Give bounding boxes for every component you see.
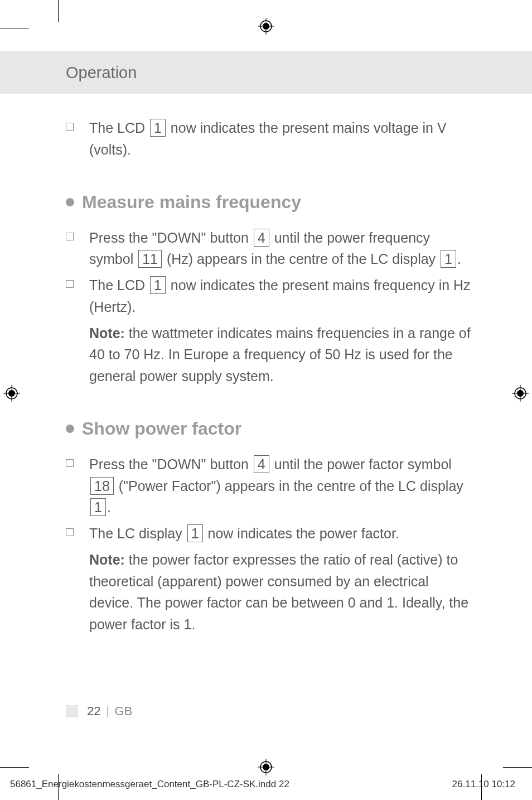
note: Note: the power factor expresses the rat…	[66, 549, 476, 635]
section-heading: Show power factor	[66, 418, 476, 439]
text: ("Power Factor") appears in the centre o…	[115, 478, 463, 494]
list-item: Press the "DOWN" button 4 until the powe…	[66, 454, 476, 518]
page-marker-icon	[66, 705, 78, 717]
checkbox-icon	[66, 459, 74, 467]
text: Press the "DOWN" button	[89, 230, 253, 245]
note: Note: the wattmeter indicates mains freq…	[66, 322, 476, 387]
bullet-icon	[66, 425, 74, 433]
text: (Hz) appears in the centre of the LC dis…	[163, 251, 439, 267]
section-title: Show power factor	[82, 418, 241, 439]
text: The LCD	[89, 120, 149, 136]
ref-box: 1	[90, 498, 106, 516]
ref-box: 4	[254, 229, 269, 247]
checkbox-icon	[66, 528, 74, 536]
registration-mark-icon	[512, 385, 529, 402]
ref-box: 1	[150, 276, 166, 294]
registration-mark-icon	[258, 759, 274, 775]
note-text: the wattmeter indicates mains frequencie…	[89, 325, 471, 384]
registration-mark-icon	[3, 385, 20, 402]
checkbox-icon	[66, 123, 74, 131]
text: The LC display	[89, 526, 186, 541]
checkbox-icon	[66, 280, 74, 288]
page-title: Operation	[66, 64, 137, 82]
ref-box: 1	[441, 250, 456, 268]
page-number: 22 GB	[66, 704, 132, 719]
checkbox-icon	[66, 233, 74, 240]
section-title: Measure mains frequency	[82, 192, 301, 213]
content: The LCD 1 now indicates the present main…	[66, 117, 476, 640]
intro-item: The LCD 1 now indicates the present main…	[66, 117, 476, 161]
note-label: Note:	[89, 325, 125, 341]
list-item: Press the "DOWN" button 4 until the powe…	[66, 227, 476, 271]
bullet-icon	[66, 198, 74, 206]
ref-box: 11	[138, 250, 162, 268]
registration-mark-icon	[258, 18, 274, 35]
text: .	[107, 499, 111, 515]
footer: 56861_Energiekostenmessgeraet_Content_GB…	[10, 779, 515, 790]
list-item: The LCD 1 now indicates the present main…	[66, 274, 476, 318]
section-heading: Measure mains frequency	[66, 192, 476, 213]
ref-box: 1	[187, 524, 203, 542]
ref-box: 4	[254, 455, 269, 473]
divider	[107, 706, 108, 717]
text: now indicates the power factor.	[204, 526, 399, 541]
note-label: Note:	[89, 552, 125, 567]
text: Press the "DOWN" button	[89, 456, 253, 472]
footer-file: 56861_Energiekostenmessgeraet_Content_GB…	[10, 779, 289, 790]
text: until the power factor symbol	[270, 456, 452, 472]
list-item: The LC display 1 now indicates the power…	[66, 523, 476, 544]
text: .	[457, 251, 461, 267]
page-num-value: 22	[87, 704, 100, 719]
page-region: GB	[114, 704, 132, 719]
text: The LCD	[89, 277, 149, 293]
header-band: Operation	[0, 51, 532, 94]
footer-date: 26.11.10 10:12	[452, 779, 515, 790]
ref-box: 1	[150, 119, 166, 137]
note-text: the power factor expresses the ratio of …	[89, 552, 468, 632]
ref-box: 18	[90, 477, 114, 495]
